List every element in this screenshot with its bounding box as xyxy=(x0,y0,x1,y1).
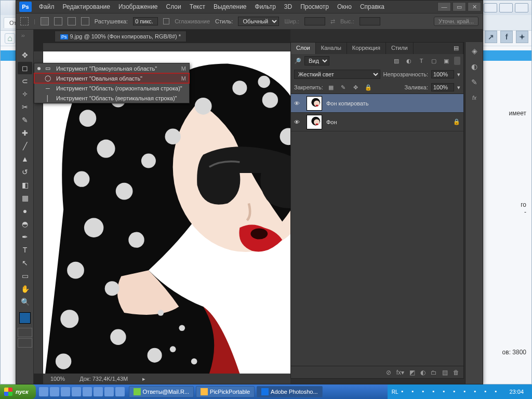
tray-icon[interactable]: ▪ xyxy=(495,388,502,395)
tab-channels[interactable]: Каналы xyxy=(316,43,347,54)
tray-icon[interactable]: ▪ xyxy=(422,388,429,395)
ql-icon[interactable] xyxy=(50,387,59,396)
layers-icon[interactable]: ◈ xyxy=(468,44,481,58)
layer-row[interactable]: 👁 Фон копировать xyxy=(291,94,463,113)
filter-adj-icon[interactable]: ◐ xyxy=(404,58,414,64)
ql-icon[interactable] xyxy=(115,387,125,396)
statbar-arrow-icon[interactable]: ▸ xyxy=(135,376,153,382)
tab-layers[interactable]: Слои xyxy=(291,43,316,54)
menu-view[interactable]: Просмотр xyxy=(296,3,333,10)
maximize-button[interactable]: ▭ xyxy=(453,2,466,11)
close-button[interactable]: ✕ xyxy=(468,2,481,11)
taskbar-button[interactable]: Ответы@Mail.R... xyxy=(129,386,194,397)
twitter-icon[interactable]: ✦ xyxy=(516,31,528,43)
gradient-tool[interactable]: ▦ xyxy=(18,192,32,204)
crop-tool[interactable]: ✂ xyxy=(18,101,32,113)
blend-mode-select[interactable]: Жесткий свет xyxy=(294,70,380,79)
menu-text[interactable]: Текст xyxy=(185,3,209,10)
taskbar-button[interactable]: Adobe Photosho... xyxy=(257,386,323,397)
hand-tool[interactable]: ✋ xyxy=(18,283,32,295)
color-swatch[interactable] xyxy=(19,312,31,324)
stamp-tool[interactable]: ▲ xyxy=(18,153,32,165)
feather-input[interactable] xyxy=(133,17,158,25)
tool-preset-icon[interactable] xyxy=(20,17,29,25)
ruler-horizontal[interactable] xyxy=(43,43,290,51)
lock-all-icon[interactable]: 🔒 xyxy=(364,84,373,91)
visibility-icon[interactable]: 👁 xyxy=(294,119,302,125)
subtract-selection-icon[interactable] xyxy=(68,17,76,25)
lock-paint-icon[interactable]: ✎ xyxy=(339,84,348,91)
ql-icon[interactable] xyxy=(94,387,103,396)
paths-icon[interactable]: ✎ xyxy=(468,75,481,89)
tray-icon[interactable]: ▪ xyxy=(443,388,450,395)
ql-icon[interactable] xyxy=(72,387,81,396)
fx-panel-icon[interactable]: fx xyxy=(468,91,481,104)
tray-icon[interactable]: ▪ xyxy=(401,388,408,395)
facebook-icon[interactable]: f xyxy=(500,31,513,43)
filter-smart-icon[interactable]: ▣ xyxy=(442,58,451,64)
document-tab[interactable]: Ps9.jpg @ 100% (Фон копировать, RGB/8#) … xyxy=(55,31,187,42)
opacity-input[interactable] xyxy=(431,70,454,78)
move-tool[interactable]: ✥ xyxy=(18,49,32,61)
antialias-checkbox[interactable] xyxy=(163,18,169,24)
menu-filter[interactable]: Фильтр xyxy=(251,3,280,10)
menu-layers[interactable]: Слои xyxy=(162,3,185,10)
minimize-button[interactable]: — xyxy=(437,2,451,11)
menu-window[interactable]: Окно xyxy=(333,3,356,10)
blur-tool[interactable]: ● xyxy=(18,205,32,217)
tray-icon[interactable]: ▪ xyxy=(453,388,460,395)
fx-icon[interactable]: fx▾ xyxy=(396,369,404,376)
menu-file[interactable]: Файл xyxy=(35,3,59,10)
new-selection-icon[interactable] xyxy=(41,17,49,25)
visibility-icon[interactable]: 👁 xyxy=(294,100,302,107)
zoom-level[interactable]: 100% xyxy=(43,376,72,382)
taskbar-button[interactable]: PicPickPortable xyxy=(196,386,255,397)
layer-row[interactable]: 👁 Фон 🔒 xyxy=(291,113,463,131)
history-brush-tool[interactable]: ↺ xyxy=(18,166,32,178)
filter-shape-icon[interactable]: ▢ xyxy=(429,58,438,64)
link-icon[interactable]: ⊘ xyxy=(386,369,391,376)
intersect-selection-icon[interactable] xyxy=(81,17,89,25)
tray-icon[interactable]: ▪ xyxy=(432,388,440,395)
start-button[interactable]: пуск xyxy=(0,384,36,399)
lock-move-icon[interactable]: ✥ xyxy=(351,84,361,91)
menu-edit[interactable]: Редактирование xyxy=(59,3,114,10)
channels-icon[interactable]: ◐ xyxy=(468,60,481,73)
type-tool[interactable]: T xyxy=(18,244,32,256)
screenmode-button[interactable] xyxy=(18,338,32,348)
ql-icon[interactable] xyxy=(39,387,48,396)
quickmask-button[interactable] xyxy=(18,328,32,337)
social-icon[interactable]: ↗ xyxy=(485,31,497,43)
collapse-icon[interactable]: ›› xyxy=(21,33,25,38)
tab-styles[interactable]: Стили xyxy=(386,43,414,54)
heal-tool[interactable]: ✚ xyxy=(18,127,32,139)
tray-icon[interactable]: ▪ xyxy=(463,388,471,395)
lock-trans-icon[interactable]: ▦ xyxy=(326,84,336,91)
tray-icon[interactable]: ▪ xyxy=(474,388,481,395)
menu-select[interactable]: Выделение xyxy=(209,3,251,10)
dodge-tool[interactable]: ◓ xyxy=(18,218,32,230)
lasso-tool[interactable]: ⊂ xyxy=(18,75,32,87)
pen-tool[interactable]: ✒ xyxy=(18,231,32,243)
tray-icon[interactable]: ▪ xyxy=(411,388,419,395)
ql-icon[interactable] xyxy=(61,387,70,396)
new-layer-icon[interactable]: ▤ xyxy=(442,369,448,376)
panel-menu-icon[interactable]: ▤ xyxy=(449,43,463,54)
eraser-tool[interactable]: ◧ xyxy=(18,179,32,191)
filter-toggle-icon[interactable] xyxy=(454,57,460,65)
add-selection-icon[interactable] xyxy=(54,17,62,25)
style-select[interactable]: Обычный xyxy=(238,17,279,26)
tray-icon[interactable]: ▪ xyxy=(484,388,491,395)
adjust-icon[interactable]: ◐ xyxy=(420,369,425,376)
flyout-item-ellipse[interactable]: ◯ Инструмент "Овальная область"M xyxy=(34,73,189,83)
trash-icon[interactable]: 🗑 xyxy=(453,369,459,376)
brush-tool[interactable]: ╱ xyxy=(18,140,32,152)
filter-kind-select[interactable]: Вид xyxy=(304,56,329,65)
group-icon[interactable]: 🗀 xyxy=(431,369,437,376)
marquee-tool[interactable]: ◻ xyxy=(18,62,32,74)
clock[interactable]: 23:04 xyxy=(505,389,528,395)
flyout-item-hrow[interactable]: ─ Инструмент "Область (горизонтальная ст… xyxy=(34,83,189,93)
ql-icon[interactable] xyxy=(104,387,114,396)
eyedropper-tool[interactable]: ✎ xyxy=(18,114,32,126)
lang-indicator[interactable]: RL xyxy=(392,389,398,395)
